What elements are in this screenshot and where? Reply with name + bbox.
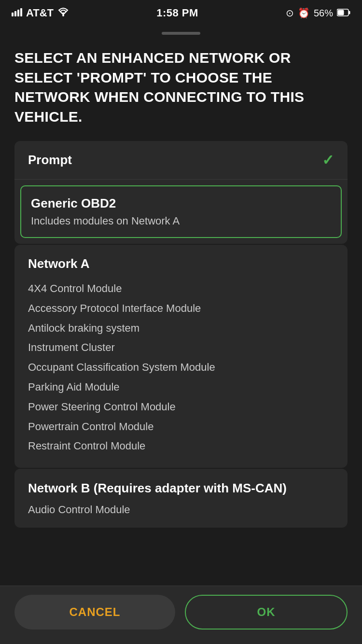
wifi-icon — [57, 7, 69, 19]
prompt-label: Prompt — [28, 153, 72, 168]
status-right: ⊙ ⏰ 56% — [286, 7, 350, 19]
location-icon: ⊙ — [286, 7, 294, 19]
network-b-section: Network B (Requires adapter with MS-CAN)… — [14, 469, 348, 528]
network-a-title: Network A — [28, 256, 334, 271]
list-item: Parking Aid Module — [28, 378, 334, 397]
status-left: AT&T — [12, 7, 69, 19]
drag-handle — [162, 32, 200, 35]
list-item: Power Steering Control Module — [28, 397, 334, 417]
prompt-option[interactable]: Prompt ✓ — [14, 141, 348, 180]
obd2-subtitle: Includes modules on Network A — [31, 215, 331, 227]
list-item: 4X4 Control Module — [28, 279, 334, 299]
network-a-section: Network A 4X4 Control Module Accessory P… — [14, 245, 348, 468]
generic-obd2-option[interactable]: Generic OBD2 Includes modules on Network… — [20, 185, 342, 238]
svg-rect-3 — [20, 8, 22, 16]
drag-handle-area — [0, 26, 362, 39]
cancel-button[interactable]: CANCEL — [14, 595, 175, 630]
ok-button[interactable]: OK — [185, 595, 348, 630]
svg-rect-6 — [349, 11, 350, 14]
network-a-modules: 4X4 Control Module Accessory Protocol In… — [28, 279, 334, 456]
list-item: Restraint Control Module — [28, 436, 334, 456]
svg-rect-0 — [12, 13, 14, 16]
battery-icon — [337, 8, 350, 19]
instruction-text: SELECT AN ENHANCED NETWORK OR SELECT 'PR… — [14, 48, 348, 126]
list-item: Antilock braking system — [28, 319, 334, 338]
list-item: Occupant Classification System Module — [28, 358, 334, 378]
bottom-buttons: CANCEL OK — [0, 586, 362, 644]
prompt-checkmark-icon: ✓ — [322, 152, 334, 168]
status-time: 1:58 PM — [156, 7, 198, 19]
battery-percent: 56% — [314, 8, 333, 19]
options-container: Prompt ✓ Generic OBD2 Includes modules o… — [14, 141, 348, 244]
audio-control-module: Audio Control Module — [28, 504, 334, 516]
svg-rect-2 — [17, 10, 19, 16]
svg-rect-1 — [14, 11, 16, 16]
signal-icon — [12, 7, 22, 19]
alarm-icon: ⏰ — [298, 7, 310, 19]
status-bar: AT&T 1:58 PM ⊙ ⏰ 56% — [0, 0, 362, 26]
carrier-name: AT&T — [26, 7, 54, 19]
list-item: Accessory Protocol Interface Module — [28, 299, 334, 319]
list-item: Instrument Cluster — [28, 338, 334, 358]
obd2-title: Generic OBD2 — [31, 196, 331, 211]
network-b-title: Network B (Requires adapter with MS-CAN) — [28, 480, 334, 497]
list-item: Powertrain Control Module — [28, 417, 334, 437]
svg-point-4 — [62, 14, 64, 16]
svg-rect-7 — [338, 10, 344, 15]
